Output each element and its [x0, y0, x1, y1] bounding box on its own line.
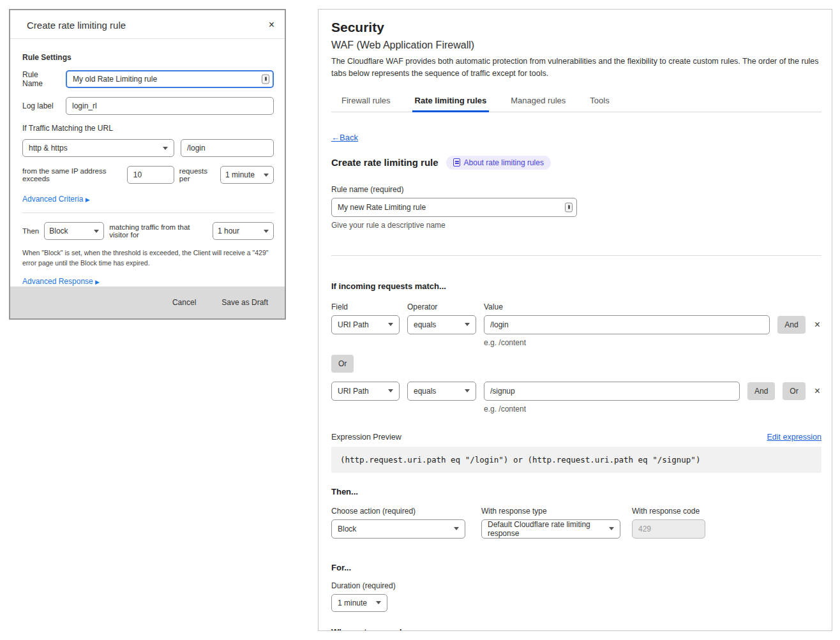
log-label-row: Log label — [22, 97, 274, 115]
form-heading-row: Create rate limiting rule About rate lim… — [331, 156, 821, 170]
caret-down-icon — [163, 147, 168, 150]
page-title: Security — [331, 20, 821, 35]
remove-condition-icon[interactable]: × — [813, 386, 821, 396]
modal-header: Create rate limiting rule × — [10, 10, 285, 39]
arrow-right-icon: ▶ — [95, 279, 100, 285]
divider — [331, 255, 821, 256]
edit-expression-link[interactable]: Edit expression — [767, 433, 821, 442]
or-button[interactable]: Or — [331, 355, 354, 373]
then-label: Then — [22, 227, 39, 235]
value-hint: e.g. /content — [484, 405, 821, 413]
block-duration-select[interactable]: 1 hour — [213, 222, 274, 240]
value-column-label: Value — [484, 302, 503, 311]
caret-down-icon — [94, 230, 99, 233]
for-heading: For... — [331, 563, 821, 572]
threshold-row: from the same IP address exceeds request… — [22, 166, 274, 184]
cancel-button[interactable]: Cancel — [172, 298, 196, 307]
rule-name-input-wrap — [66, 70, 274, 88]
response-type-select[interactable]: Default Cloudflare rate limiting respons… — [481, 519, 620, 539]
save-as-draft-button[interactable]: Save as Draft — [221, 298, 268, 307]
tab-rate-limiting-rules[interactable]: Rate limiting rules — [414, 93, 488, 112]
condition-column-labels: Field Operator Value — [331, 302, 821, 311]
log-label-label: Log label — [22, 101, 59, 110]
arrow-right-icon: ▶ — [86, 197, 90, 203]
close-icon[interactable]: × — [269, 20, 274, 30]
operator-select[interactable]: equals — [407, 315, 476, 334]
then-labels: Choose action (required) With response t… — [331, 507, 821, 516]
action-select[interactable]: Block — [44, 222, 104, 240]
rule-settings-heading: Rule Settings — [22, 53, 274, 62]
value-input[interactable] — [484, 315, 770, 334]
operator-select-value: equals — [414, 387, 436, 396]
choose-action-value: Block — [338, 525, 356, 533]
modal-footer: Cancel Save as Draft — [10, 287, 285, 318]
condition-row: URI Path equals And Or × — [331, 382, 821, 401]
duration-label: Duration (required) — [331, 581, 821, 590]
advanced-criteria-link[interactable]: Advanced Criteria ▶ — [22, 195, 90, 204]
modal-body: Rule Settings Rule Name Log label If Tra… — [10, 39, 285, 287]
caret-down-icon — [454, 527, 459, 530]
advanced-response-link[interactable]: Advanced Response ▶ — [22, 277, 100, 286]
back-link[interactable]: ←Back — [331, 133, 358, 142]
response-code-label: With response code — [632, 507, 700, 516]
or-button[interactable]: Or — [783, 382, 805, 400]
rule-name-input-wrap — [331, 198, 577, 217]
value-hint: e.g. /content — [484, 338, 821, 347]
screen: Create rate limiting rule × Rule Setting… — [0, 0, 840, 640]
url-input[interactable] — [181, 139, 274, 157]
and-button[interactable]: And — [777, 316, 805, 334]
operator-select[interactable]: equals — [407, 382, 476, 401]
response-type-value: Default Cloudflare rate limiting respons… — [488, 520, 605, 538]
create-rate-limiting-rule-modal: Create rate limiting rule × Rule Setting… — [9, 9, 286, 320]
rule-name-label: Rule name (required) — [331, 185, 821, 194]
response-code-input — [632, 519, 705, 539]
password-manager-icon[interactable] — [262, 75, 269, 84]
expression-header: Expression Preview Edit expression — [331, 433, 821, 442]
duration-select[interactable]: 1 minute — [331, 594, 387, 612]
tab-firewall-rules[interactable]: Firewall rules — [340, 93, 392, 112]
duration-row: 1 minute — [331, 594, 821, 612]
choose-action-select[interactable]: Block — [331, 519, 465, 539]
field-select[interactable]: URI Path — [331, 382, 400, 401]
caret-down-icon — [376, 601, 381, 604]
divider — [22, 212, 274, 213]
log-label-input[interactable] — [66, 97, 274, 115]
threshold-middle: requests per — [179, 167, 215, 182]
rule-name-input[interactable] — [66, 70, 274, 88]
rate-heading: When rate exceeds... — [331, 627, 821, 631]
modal-title: Create rate limiting rule — [27, 20, 126, 31]
field-column-label: Field — [331, 302, 400, 311]
traffic-matching-heading: If Traffic Matching the URL — [22, 124, 274, 133]
and-button[interactable]: And — [747, 382, 775, 400]
action-select-value: Block — [49, 227, 68, 235]
password-manager-icon[interactable] — [565, 202, 573, 212]
requests-input[interactable] — [127, 166, 174, 184]
advanced-response-label: Advanced Response — [22, 277, 95, 286]
rule-name-input[interactable] — [331, 198, 577, 217]
page-subtitle: WAF (Web Application Firewall) — [331, 40, 821, 51]
tab-tools[interactable]: Tools — [589, 93, 610, 112]
scheme-select[interactable]: http & https — [22, 139, 174, 157]
period-select-value: 1 minute — [225, 170, 255, 179]
caret-down-icon — [388, 323, 393, 326]
threshold-prefix: from the same IP address exceeds — [22, 167, 122, 182]
field-select-value: URI Path — [338, 320, 369, 329]
rule-name-help: Give your rule a descriptive name — [331, 221, 821, 230]
document-icon — [453, 158, 460, 167]
about-rate-limiting-badge[interactable]: About rate limiting rules — [446, 156, 551, 170]
operator-column-label: Operator — [407, 302, 476, 311]
period-select[interactable]: 1 minute — [220, 166, 274, 184]
value-input[interactable] — [484, 382, 740, 401]
tab-bar: Firewall rules Rate limiting rules Manag… — [331, 93, 821, 112]
remove-condition-icon[interactable]: × — [813, 320, 821, 330]
caret-down-icon — [264, 230, 269, 233]
security-waf-panel: Security WAF (Web Application Firewall) … — [318, 9, 832, 631]
response-type-label: With response type — [481, 507, 632, 516]
tab-managed-rules[interactable]: Managed rules — [509, 93, 567, 112]
duration-value: 1 minute — [338, 599, 367, 607]
field-select[interactable]: URI Path — [331, 315, 400, 334]
form-heading: Create rate limiting rule — [331, 157, 439, 168]
expression-code: (http.request.uri.path eq "/login") or (… — [331, 447, 821, 473]
caret-down-icon — [388, 389, 393, 392]
match-heading: If incoming requests match... — [331, 281, 821, 291]
